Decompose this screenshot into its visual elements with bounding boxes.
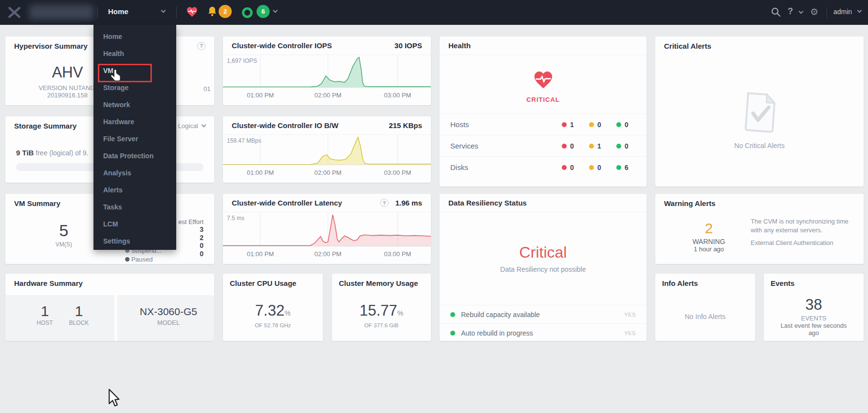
x-tick: 01:00 PM — [247, 250, 274, 258]
x-tick: 02:00 PM — [314, 169, 342, 176]
menu-item-analysis[interactable]: Analysis — [93, 165, 176, 182]
card-cluster-memory: Cluster Memory Usage 15.77% OF 377.6 GiB — [332, 274, 431, 341]
events-label: EVENTS — [764, 315, 864, 322]
block-count: 1 — [62, 303, 96, 319]
warning-alert-link[interactable]: External Client Authentication — [751, 239, 858, 247]
menu-item-hardware[interactable]: Hardware — [93, 113, 176, 131]
bell-icon[interactable] — [207, 6, 218, 18]
card-title: Data Resiliency Status — [448, 199, 527, 207]
menu-item-home[interactable]: Home — [93, 28, 176, 45]
no-alerts-document-icon — [740, 90, 779, 134]
card-cluster-cpu: Cluster CPU Usage 7.32% OF 52.78 GHz — [223, 274, 323, 341]
red-dot — [562, 122, 567, 127]
health-row-disks[interactable]: Disks 0 0 6 — [440, 156, 646, 178]
ok-count-badge[interactable]: 6 — [257, 5, 270, 18]
green-dot — [450, 331, 455, 336]
green-dot — [450, 312, 455, 317]
help-icon[interactable]: ? — [197, 42, 205, 50]
hand-cursor-icon — [109, 69, 123, 84]
divider — [176, 7, 177, 18]
cluster-name-blurred[interactable] — [29, 5, 93, 19]
search-icon[interactable] — [771, 7, 781, 18]
vm-legend-paused: Paused — [131, 256, 153, 263]
card-title: Cluster-wide Controller IOPS — [232, 41, 332, 50]
menu-item-health[interactable]: Health — [93, 45, 176, 62]
card-title: Hardware Summary — [14, 279, 83, 287]
menu-item-data-protection[interactable]: Data Protection — [93, 148, 176, 165]
card-title: Hypervisor Summary — [14, 42, 88, 50]
health-heart-icon[interactable] — [186, 6, 198, 18]
events-last-event: Last event few seconds ago — [764, 322, 864, 337]
chevron-down-icon[interactable] — [202, 123, 206, 128]
help-icon[interactable]: ? — [380, 199, 388, 207]
card-title: Info Alerts — [662, 279, 698, 287]
block-label: BLOCK — [62, 319, 96, 326]
resiliency-row: Auto rebuild in progress YES — [440, 323, 646, 341]
health-row-hosts[interactable]: Hosts 1 0 0 — [440, 113, 646, 135]
iops-chart: 1,697 IOPS — [223, 55, 431, 88]
latency-ymax-label: 7.5 ms — [227, 215, 244, 222]
card-title: Cluster-wide Controller IO B/W — [232, 121, 338, 130]
bw-current-value: 215 KBps — [389, 121, 422, 130]
menu-item-tasks[interactable]: Tasks — [93, 199, 176, 216]
yes-value: YES — [624, 330, 636, 336]
memory-capacity: OF 377.6 GiB — [332, 322, 431, 328]
warning-count: 2 — [675, 220, 743, 237]
warning-time: 1 hour ago — [675, 245, 743, 253]
divider — [97, 7, 98, 18]
model-label: MODEL — [122, 319, 214, 326]
chevron-down-icon[interactable] — [857, 8, 862, 13]
health-row-services[interactable]: Services 0 1 0 — [440, 135, 646, 156]
warning-count-badge[interactable]: 2 — [219, 5, 232, 18]
no-info-alerts-text: No Info Alerts — [655, 313, 755, 320]
x-tick: 01:00 PM — [247, 92, 274, 99]
home-dropdown-menu: Home Health VM Storage Network Hardware … — [93, 25, 176, 250]
card-cluster-iops: Cluster-wide Controller IOPS 30 IOPS 1,6… — [223, 37, 431, 105]
vm-count: 5 — [35, 221, 93, 240]
menu-item-network[interactable]: Network — [93, 96, 176, 113]
chevron-down-icon[interactable] — [161, 8, 166, 13]
yellow-dot — [589, 165, 594, 170]
yellow-dot — [589, 144, 594, 149]
warning-alert-link[interactable]: The CVM is not synchronizing time with a… — [751, 217, 858, 235]
menu-item-lcm[interactable]: LCM — [93, 216, 176, 233]
menu-item-file-server[interactable]: File Server — [93, 131, 176, 148]
latency-chart: 7.5 ms — [223, 212, 431, 246]
card-health: Health CRITICAL Hosts 1 0 0 Services 0 1… — [440, 37, 646, 187]
cpu-usage-value: 7.32 — [255, 302, 284, 319]
card-warning-alerts: Warning Alerts 2 WARNING 1 hour ago The … — [655, 194, 864, 264]
menu-item-alerts[interactable]: Alerts — [93, 182, 176, 199]
resiliency-row: Rebuild capacity available YES — [440, 305, 646, 323]
nav-menu-home[interactable]: Home — [108, 7, 129, 16]
x-tick: 03:00 PM — [384, 250, 411, 258]
card-title: Cluster-wide Controller Latency — [232, 199, 342, 207]
vm-count-row: 3 — [178, 225, 203, 234]
nutanix-x-logo[interactable] — [8, 6, 21, 19]
x-tick: 03:00 PM — [384, 92, 411, 99]
x-tick: 03:00 PM — [384, 169, 411, 176]
vm-highlight-box — [98, 64, 152, 82]
user-menu[interactable]: admin — [833, 8, 852, 16]
divider — [827, 7, 827, 18]
menu-item-settings[interactable]: Settings — [93, 233, 176, 250]
storage-filter-dropdown[interactable]: Logical — [178, 122, 198, 130]
no-critical-alerts-text: No Critical Alerts — [655, 142, 864, 150]
iops-current-value: 30 IOPS — [394, 41, 422, 50]
vm-column-header: est Effort — [178, 218, 203, 225]
x-tick: 01:00 PM — [247, 169, 274, 176]
chevron-down-icon[interactable] — [799, 9, 804, 14]
vm-count-row: 2 — [178, 234, 203, 242]
card-title: Events — [771, 279, 794, 287]
host-count: 1 — [28, 303, 62, 319]
chevron-down-icon[interactable] — [273, 8, 278, 13]
gear-icon[interactable]: ⚙ — [810, 6, 818, 18]
resiliency-subtitle: Data Resiliency not possible — [440, 265, 646, 273]
red-dot — [562, 165, 567, 170]
card-title: Cluster Memory Usage — [339, 279, 418, 287]
help-icon[interactable]: ? — [788, 6, 793, 17]
card-title: Cluster CPU Usage — [230, 279, 296, 287]
x-tick: 02:00 PM — [314, 92, 342, 99]
x-tick: 02:00 PM — [314, 250, 342, 258]
status-ring-icon[interactable] — [242, 7, 253, 18]
card-hardware-summary: Hardware Summary 1 HOST 1 BLOCK NX-3060-… — [5, 274, 214, 341]
